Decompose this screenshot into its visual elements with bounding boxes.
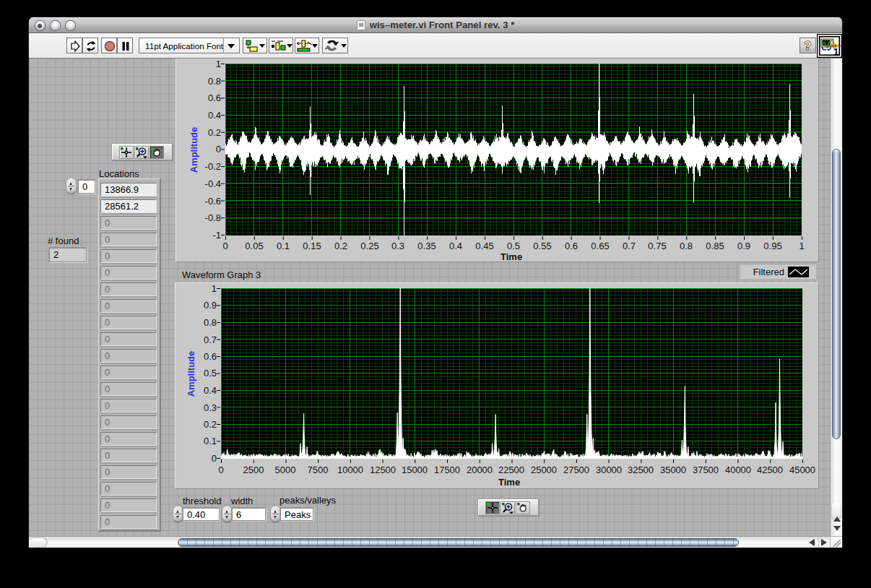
svg-text:?: ? bbox=[805, 40, 812, 52]
svg-text:1: 1 bbox=[833, 47, 838, 57]
